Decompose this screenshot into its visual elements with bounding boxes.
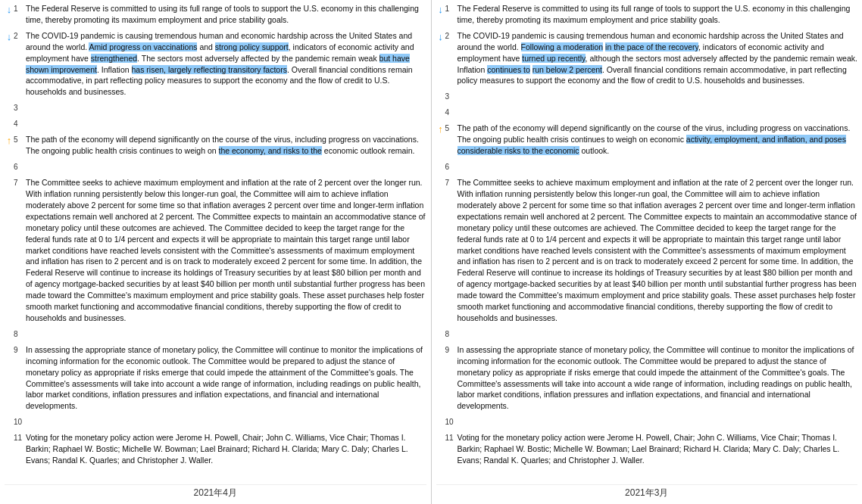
left-arrow-5: ↑	[5, 134, 14, 157]
hl-strong-policy: strong policy support	[215, 42, 289, 51]
left-num-5: 5	[14, 134, 26, 157]
left-num-9: 9	[14, 344, 26, 412]
right-hl-continues: continues to	[487, 65, 530, 74]
right-arrow-4	[436, 107, 445, 118]
right-hl-following: Following a moderation	[521, 42, 604, 51]
right-arrow-7	[436, 177, 445, 324]
hl-strengthened: strengthened	[91, 54, 137, 63]
right-para-9-text: In assessing the appropriate stance of m…	[458, 344, 858, 412]
left-arrow-9	[5, 344, 14, 412]
right-para-2-text: The COVID-19 pandemic is causing tremend…	[458, 30, 858, 87]
right-hl-pace: in the pace of the recovery	[605, 42, 698, 51]
right-hl-below: run below 2 percent	[533, 65, 602, 74]
right-panel: ↓ 1 The Federal Reserve is committed to …	[432, 0, 863, 504]
left-arrow-1: ↓	[5, 3, 14, 26]
left-para-6: 6	[5, 161, 426, 173]
right-panel-title: 2021年3月	[436, 484, 858, 502]
right-para-6: 6	[436, 161, 858, 173]
left-num-2: 2	[14, 30, 26, 98]
left-num-7: 7	[14, 177, 26, 324]
left-para-6-text	[26, 161, 426, 173]
right-arrow-10	[436, 416, 445, 428]
right-para-10-text	[458, 416, 858, 428]
right-para-2: ↓ 2 The COVID-19 pandemic is causing tre…	[436, 30, 858, 87]
right-num-6: 6	[445, 161, 458, 173]
left-para-4-text	[26, 118, 426, 129]
left-num-4: 4	[14, 118, 26, 129]
left-para-3-text	[26, 102, 426, 114]
left-text-content: ↓ 1 The Federal Reserve is committed to …	[5, 3, 426, 483]
left-num-3: 3	[14, 102, 26, 114]
right-num-2: 2	[445, 30, 458, 87]
right-para-11-text: Voting for the monetary policy action we…	[458, 432, 858, 466]
left-para-9-text: In assessing the appropriate stance of m…	[26, 344, 426, 412]
left-arrow-10	[5, 416, 14, 428]
left-para-10: 10	[5, 416, 426, 428]
right-para-1-text: The Federal Reserve is committed to usin…	[458, 3, 858, 26]
left-arrow-11	[5, 432, 14, 466]
left-arrow-2: ↓	[5, 30, 14, 98]
left-arrow-3	[5, 102, 14, 114]
left-para-10-text	[26, 416, 426, 428]
right-hl-turned: turned up recently	[522, 54, 585, 63]
right-arrow-3	[436, 91, 445, 102]
left-num-10: 10	[14, 416, 26, 428]
right-para-9: 9 In assessing the appropriate stance of…	[436, 344, 858, 412]
right-para-3-text	[458, 91, 858, 102]
right-num-10: 10	[445, 416, 458, 428]
right-num-9: 9	[445, 344, 458, 412]
left-arrow-7	[5, 177, 14, 324]
main-container: ↓ 1 The Federal Reserve is committed to …	[0, 0, 862, 504]
right-para-7: 7 The Committee seeks to achieve maximum…	[436, 177, 858, 324]
right-para-5: ↑ 5 The path of the economy will depend …	[436, 123, 858, 157]
right-num-11: 11	[445, 432, 458, 466]
right-num-4: 4	[445, 107, 458, 118]
left-para-9: 9 In assessing the appropriate stance of…	[5, 344, 426, 412]
left-num-6: 6	[14, 161, 26, 173]
right-arrow-6	[436, 161, 445, 173]
hl-sectors-text: The sectors most adversely affected by t…	[142, 54, 379, 63]
left-num-1: 1	[14, 3, 26, 26]
right-arrow-2: ↓	[436, 30, 445, 87]
left-para-2-text: The COVID-19 pandemic is causing tremend…	[26, 30, 426, 98]
left-arrow-6	[5, 161, 14, 173]
right-num-8: 8	[445, 328, 458, 340]
right-para-1: ↓ 1 The Federal Reserve is committed to …	[436, 3, 858, 26]
left-num-8: 8	[14, 328, 26, 340]
right-para-4: 4	[436, 107, 858, 118]
left-para-2: ↓ 2 The COVID-19 pandemic is causing tre…	[5, 30, 426, 98]
hl-risen: has risen, largely reflecting transitory…	[132, 65, 287, 74]
hl-vaccinations: Amid progress on vaccinations	[89, 42, 197, 51]
left-num-11: 11	[14, 432, 26, 466]
left-para-11: 11 Voting for the monetary policy action…	[5, 432, 426, 466]
right-num-1: 1	[445, 3, 458, 26]
right-hl-considerable: activity, employment, and inflation, and…	[458, 135, 846, 155]
hl-risks: the economy, and risks to the	[219, 146, 322, 155]
right-para-8: 8	[436, 328, 858, 340]
right-arrow-5: ↑	[436, 123, 445, 157]
left-para-3: 3	[5, 102, 426, 114]
left-para-7-text: The Committee seeks to achieve maximum e…	[26, 177, 426, 324]
left-para-1: ↓ 1 The Federal Reserve is committed to …	[5, 3, 426, 26]
left-para-1-text: The Federal Reserve is committed to usin…	[26, 3, 426, 26]
right-para-8-text	[458, 328, 858, 340]
right-para-10: 10	[436, 416, 858, 428]
right-arrow-1: ↓	[436, 3, 445, 26]
right-arrow-11	[436, 432, 445, 466]
right-arrow-8	[436, 328, 445, 340]
left-para-5: ↑ 5 The path of the economy will depend …	[5, 134, 426, 157]
left-arrow-8	[5, 328, 14, 340]
left-para-5-text: The path of the economy will depend sign…	[26, 134, 426, 157]
right-text-content: ↓ 1 The Federal Reserve is committed to …	[436, 3, 858, 483]
right-para-4-text	[458, 107, 858, 118]
left-para-7: 7 The Committee seeks to achieve maximum…	[5, 177, 426, 324]
right-num-7: 7	[445, 177, 458, 324]
right-arrow-9	[436, 344, 445, 412]
left-arrow-4	[5, 118, 14, 129]
left-para-8-text	[26, 328, 426, 340]
right-para-3: 3	[436, 91, 858, 102]
left-para-11-text: Voting for the monetary policy action we…	[26, 432, 426, 466]
left-para-8: 8	[5, 328, 426, 340]
right-para-11: 11 Voting for the monetary policy action…	[436, 432, 858, 466]
right-para-5-text: The path of the economy will depend sign…	[458, 123, 858, 157]
